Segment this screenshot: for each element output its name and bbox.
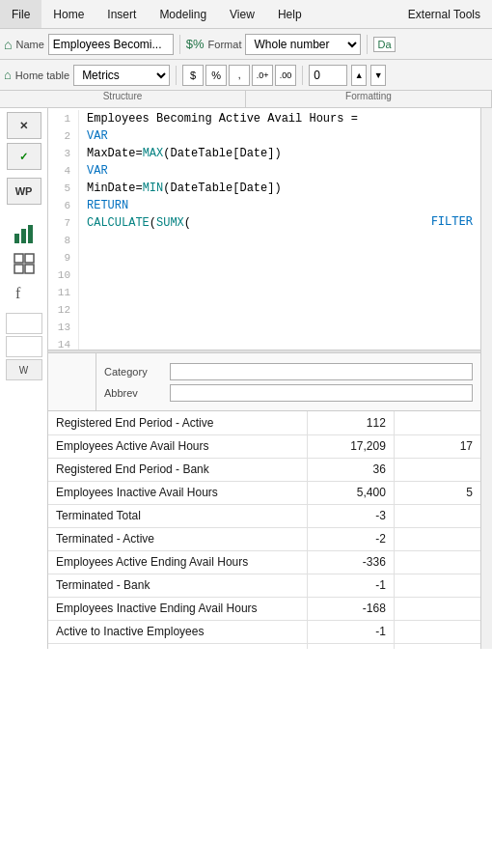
data-table: Registered End Period - Active112Employe… xyxy=(48,411,480,649)
sidebar-panel-box-1 xyxy=(6,313,42,334)
table-cell-name: Employees Becoming Inactive Avail Hours xyxy=(48,643,308,649)
table-cell-val2 xyxy=(394,527,480,550)
svg-text:f: f xyxy=(15,285,21,301)
cancel-formula-btn[interactable]: ✕ xyxy=(7,112,41,139)
code-line: 10 xyxy=(48,266,480,284)
dollar-btn[interactable]: $ xyxy=(182,65,204,86)
menu-help[interactable]: Help xyxy=(266,0,314,28)
table-row[interactable]: Employees Active Avail Hours17,20917 xyxy=(48,434,480,458)
name-icon: ⌂ xyxy=(4,37,12,52)
sidebar-panel-box-3: W xyxy=(6,359,42,380)
sidebar-panel-box-2 xyxy=(6,336,42,357)
svg-rect-1 xyxy=(21,229,26,243)
bottom-panel-left xyxy=(48,353,96,410)
table-cell-name: Terminated - Active xyxy=(48,527,308,550)
menu-insert[interactable]: Insert xyxy=(96,0,148,28)
home-table-icon: ⌂ xyxy=(4,68,12,82)
table-cell-val2 xyxy=(394,550,480,574)
table-cell-val1: -3 xyxy=(308,504,395,527)
comma-btn[interactable]: , xyxy=(229,65,250,86)
table-row[interactable]: Employees Inactive Avail Hours5,4005 xyxy=(48,481,480,504)
table-cell-name: Registered End Period - Bank xyxy=(48,458,308,481)
table-cell-val2 xyxy=(394,597,480,620)
table-row[interactable]: Registered End Period - Bank36 xyxy=(48,458,480,481)
wp-btn[interactable]: WP xyxy=(7,178,41,205)
code-line: 14 xyxy=(48,336,480,350)
grid-icon[interactable] xyxy=(14,253,35,274)
abbrev-input[interactable] xyxy=(170,384,473,402)
formatting-label: Formatting xyxy=(246,91,492,107)
code-line: 8 xyxy=(48,232,480,249)
svg-rect-6 xyxy=(25,265,34,273)
name-input[interactable] xyxy=(48,34,174,55)
table-row[interactable]: Employees Becoming Inactive Avail Hours-… xyxy=(48,643,480,649)
decimal-decrease-btn[interactable]: .00 xyxy=(275,65,296,86)
table-cell-val2: 5 xyxy=(394,481,480,504)
decimal-value-input[interactable] xyxy=(309,65,347,86)
table-row[interactable]: Active to Inactive Employees-1 xyxy=(48,620,480,643)
percent-btn[interactable]: % xyxy=(205,65,227,86)
table-row[interactable]: Terminated Total-3 xyxy=(48,504,480,527)
right-scrollbar[interactable] xyxy=(480,108,492,649)
table-cell-val2 xyxy=(394,620,480,643)
svg-rect-4 xyxy=(25,254,34,263)
toolbar-row-1: ⌂ Name $% Format Whole number Da xyxy=(0,29,492,60)
table-cell-name: Employees Inactive Ending Avail Hours xyxy=(48,597,308,620)
filter-label: FILTER xyxy=(427,212,477,230)
menu-file[interactable]: File xyxy=(0,0,41,28)
code-line: 5MinDate=MIN(DateTable[Date]) xyxy=(48,180,480,197)
bar-chart-icon[interactable] xyxy=(14,224,35,245)
function-icon[interactable]: f xyxy=(14,282,35,303)
menu-view[interactable]: View xyxy=(218,0,266,28)
category-row: Category xyxy=(104,363,473,380)
format-buttons-group: $ % , .0+ .00 xyxy=(182,65,296,86)
home-table-select[interactable]: Metrics xyxy=(73,65,170,86)
bottom-panel: Category Abbrev xyxy=(48,353,480,411)
separator-4 xyxy=(302,66,303,85)
svg-rect-2 xyxy=(28,225,33,243)
name-label: Name xyxy=(15,39,43,50)
abbrev-row: Abbrev xyxy=(104,384,473,402)
table-cell-name: Active to Inactive Employees xyxy=(48,620,308,643)
format-select[interactable]: Whole number xyxy=(245,34,361,55)
code-line: 9 xyxy=(48,249,480,266)
toolbar-row-2: ⌂ Home table Metrics $ % , .0+ .00 ▲ ▼ xyxy=(0,60,492,91)
menu-home[interactable]: Home xyxy=(41,0,96,28)
table-row[interactable]: Employees Active Ending Avail Hours-336 xyxy=(48,550,480,574)
decimal-up-btn[interactable]: ▲ xyxy=(351,65,367,86)
separator-1 xyxy=(179,35,180,54)
table-cell-name: Terminated Total xyxy=(48,504,308,527)
home-table-label: Home table xyxy=(15,70,69,81)
table-cell-val1: 5,400 xyxy=(308,481,395,504)
table-cell-val1: -336 xyxy=(308,550,395,574)
code-editor[interactable]: 1Employees Becoming Active Avail Hours =… xyxy=(48,108,480,350)
code-lines-container: 1Employees Becoming Active Avail Hours =… xyxy=(48,110,480,350)
table-row[interactable]: Employees Inactive Ending Avail Hours-16… xyxy=(48,597,480,620)
section-labels: Structure Formatting xyxy=(0,91,492,108)
decimal-increase-btn[interactable]: .0+ xyxy=(252,65,273,86)
category-input[interactable] xyxy=(170,363,473,380)
table-cell-name: Employees Inactive Avail Hours xyxy=(48,481,308,504)
table-cell-val1: 36 xyxy=(308,458,395,481)
menu-external-tools[interactable]: External Tools xyxy=(396,0,492,28)
code-line: 7CALCULATE(SUMX( xyxy=(48,214,480,232)
decimal-down-btn[interactable]: ▼ xyxy=(370,65,386,86)
table-row[interactable]: Terminated - Bank-1 xyxy=(48,574,480,597)
code-line: 1Employees Becoming Active Avail Hours = xyxy=(48,110,480,127)
svg-rect-5 xyxy=(14,265,23,273)
table-row[interactable]: Terminated - Active-2 xyxy=(48,527,480,550)
table-cell-val1: -168 xyxy=(308,597,395,620)
table-cell-val2 xyxy=(394,504,480,527)
code-line: 13 xyxy=(48,319,480,336)
data-toolbar-icon: Da xyxy=(373,37,395,52)
svg-rect-3 xyxy=(14,254,23,263)
table-row[interactable]: Registered End Period - Active112 xyxy=(48,411,480,434)
confirm-formula-btn[interactable]: ✓ xyxy=(7,143,41,170)
svg-rect-0 xyxy=(14,234,19,243)
menu-bar: File Home Insert Modeling View Help Exte… xyxy=(0,0,492,29)
menu-modeling[interactable]: Modeling xyxy=(148,0,218,28)
table-cell-val2 xyxy=(394,574,480,597)
abbrev-label: Abbrev xyxy=(104,387,162,399)
table-cell-val1: 17,209 xyxy=(308,434,395,458)
table-cell-val2 xyxy=(394,643,480,649)
